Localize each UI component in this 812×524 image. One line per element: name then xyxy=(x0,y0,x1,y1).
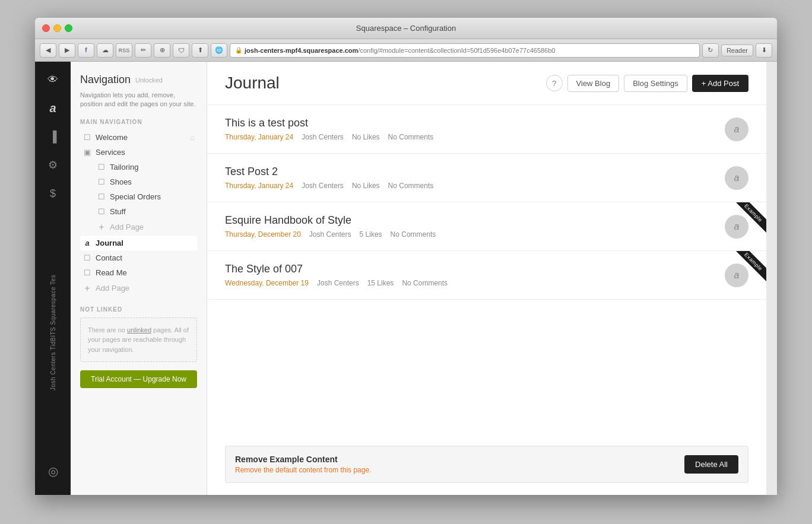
sidebar-commerce-icon[interactable]: $ xyxy=(41,182,65,205)
help-button[interactable]: ? xyxy=(546,75,563,91)
view-blog-button[interactable]: View Blog xyxy=(567,75,620,92)
post-info-2: Test Post 2 Thursday, January 24 Josh Ce… xyxy=(225,166,725,190)
share-button[interactable]: ⬆ xyxy=(192,43,208,58)
nav-item-label-shoes: Shoes xyxy=(110,177,132,186)
post-info-3: Esquire Handbook of Style Thursday, Dece… xyxy=(225,214,725,239)
minimize-button[interactable] xyxy=(53,24,61,32)
nav-item-tailoring[interactable]: ☐ Tailoring xyxy=(94,160,197,174)
dark-sidebar: 👁 a ▐ ⚙ $ Josh Centers TidBITS Squarespa… xyxy=(35,62,71,495)
nav-item-stuff[interactable]: ☐ Stuff xyxy=(94,204,197,219)
maximize-button[interactable] xyxy=(65,24,72,32)
cloud-button[interactable]: ☁ xyxy=(97,43,113,58)
nav-panel: Navigation Unlocked Navigation lets you … xyxy=(71,62,207,495)
delete-all-button[interactable]: Delete All xyxy=(684,455,738,474)
page-icon-shoes: ☐ xyxy=(97,177,106,186)
page-icon-stuff: ☐ xyxy=(97,207,106,216)
rss-button[interactable]: RSS xyxy=(116,43,132,58)
nav-item-label-journal: Journal xyxy=(96,239,123,247)
squarespace-icon[interactable]: ◎ xyxy=(41,459,65,483)
post-likes-1: No Likes xyxy=(352,133,380,141)
back-button[interactable]: ◀ xyxy=(40,43,56,58)
sidebar-font-icon[interactable]: a xyxy=(41,96,65,120)
page-icon-special-orders: ☐ xyxy=(97,192,106,201)
sidebar-user-text: Josh Centers TidBITS Squarespace Tes xyxy=(50,210,56,455)
close-button[interactable] xyxy=(42,24,50,32)
post-item-3[interactable]: Esquire Handbook of Style Thursday, Dece… xyxy=(207,202,766,251)
nav-children-services: ☐ Tailoring ☐ Shoes ☐ Special Orders ☐ S… xyxy=(94,160,197,236)
add-page-services[interactable]: + Add Page xyxy=(94,219,197,236)
not-linked-section: NOT LINKED There are no unlinked pages. … xyxy=(80,306,197,363)
post-item-4[interactable]: The Style of 007 Wednesday, December 19 … xyxy=(207,251,766,300)
nav-item-label-services: Services xyxy=(96,148,125,157)
browser-window: Squarespace – Configuration ◀ ▶ f ☁ RSS … xyxy=(35,18,777,495)
reader-button[interactable]: Reader xyxy=(721,45,753,56)
not-linked-text: There are no unlinked pages. All of your… xyxy=(88,325,189,355)
url-bar[interactable]: 🔒 josh-centers-mpf4.squarespace.com /con… xyxy=(230,43,700,58)
sidebar-eye-icon[interactable]: 👁 xyxy=(41,68,65,91)
example-badge-3: Example xyxy=(731,202,766,238)
nav-item-journal[interactable]: a Journal xyxy=(80,236,197,250)
home-icon: ⌂ xyxy=(190,133,195,142)
nav-item-special-orders[interactable]: ☐ Special Orders xyxy=(94,189,197,204)
post-item-1[interactable]: This is a test post Thursday, January 24… xyxy=(207,105,766,154)
nav-item-readme[interactable]: ☐ Read Me xyxy=(80,265,197,280)
post-meta-2: Thursday, January 24 Josh Centers No Lik… xyxy=(225,182,725,190)
blog-settings-button[interactable]: Blog Settings xyxy=(624,75,687,92)
sidebar-analytics-icon[interactable]: ▐ xyxy=(41,125,65,148)
post-comments-1: No Comments xyxy=(388,133,434,141)
header-actions: ? View Blog Blog Settings + Add Post xyxy=(546,75,748,92)
post-author-4: Josh Centers xyxy=(317,279,359,287)
globe-button[interactable]: 🌐 xyxy=(211,43,227,58)
post-comments-4: No Comments xyxy=(402,279,448,287)
post-meta-1: Thursday, January 24 Josh Centers No Lik… xyxy=(225,133,725,141)
page-icon-readme: ☐ xyxy=(83,268,92,277)
nav-item-label-stuff: Stuff xyxy=(110,207,126,216)
post-avatar-2: a xyxy=(725,166,748,190)
shield-button[interactable]: 🛡 xyxy=(173,43,189,58)
journal-title: Journal xyxy=(225,74,546,93)
title-bar: Squarespace – Configuration xyxy=(35,18,777,39)
post-info-4: The Style of 007 Wednesday, December 19 … xyxy=(225,263,725,287)
folder-icon: ▣ xyxy=(83,148,92,157)
post-author-2: Josh Centers xyxy=(302,182,344,190)
unlinked-link[interactable]: unlinked xyxy=(127,326,151,334)
page-icon-tailoring: ☐ xyxy=(97,163,106,172)
post-meta-4: Wednesday, December 19 Josh Centers 15 L… xyxy=(225,279,725,287)
lock-icon: 🔒 xyxy=(235,47,242,53)
sidebar-settings-icon[interactable]: ⚙ xyxy=(41,153,65,177)
pen-button[interactable]: ✏ xyxy=(135,43,151,58)
nav-item-contact[interactable]: ☐ Contact xyxy=(80,250,197,265)
upgrade-button[interactable]: Trial Account — Upgrade Now xyxy=(80,370,197,388)
remove-example-info: Remove Example Content Remove the defaul… xyxy=(235,455,684,474)
window-title: Squarespace – Configuration xyxy=(356,24,456,33)
remove-example-bar: Remove Example Content Remove the defaul… xyxy=(225,446,748,483)
page-icon: ☐ xyxy=(83,133,92,142)
bookmark-button[interactable]: ⊕ xyxy=(154,43,170,58)
post-author-1: Josh Centers xyxy=(302,133,344,141)
traffic-lights xyxy=(42,24,72,32)
forward-button[interactable]: ▶ xyxy=(59,43,75,58)
nav-item-services[interactable]: ▣ Services xyxy=(80,145,197,160)
post-likes-3: 5 Likes xyxy=(360,230,382,239)
nav-item-label-tailoring: Tailoring xyxy=(110,163,138,172)
remove-example-title: Remove Example Content xyxy=(235,455,684,464)
add-post-button[interactable]: + Add Post xyxy=(692,75,748,92)
nav-item-label-readme: Read Me xyxy=(96,268,127,277)
nav-item-label-welcome: Welcome xyxy=(96,133,128,142)
remove-example-desc: Remove the default content from this pag… xyxy=(235,466,684,474)
post-likes-2: No Likes xyxy=(352,182,380,190)
post-meta-3: Thursday, December 20 Josh Centers 5 Lik… xyxy=(225,230,725,239)
post-author-3: Josh Centers xyxy=(309,230,351,239)
not-linked-label: NOT LINKED xyxy=(80,306,197,313)
nav-item-welcome[interactable]: ☐ Welcome ⌂ xyxy=(80,130,197,145)
add-page-main[interactable]: + Add Page xyxy=(80,280,197,297)
add-icon-services: + xyxy=(97,222,106,233)
add-icon-main: + xyxy=(83,283,92,294)
example-badge-text-3: Example xyxy=(734,202,766,233)
facebook-button[interactable]: f xyxy=(78,43,94,58)
refresh-button[interactable]: ↻ xyxy=(702,43,719,58)
content-header: Journal ? View Blog Blog Settings + Add … xyxy=(207,62,766,105)
nav-item-shoes[interactable]: ☐ Shoes xyxy=(94,174,197,189)
downloads-button[interactable]: ⬇ xyxy=(756,43,772,58)
post-item-2[interactable]: Test Post 2 Thursday, January 24 Josh Ce… xyxy=(207,154,766,202)
